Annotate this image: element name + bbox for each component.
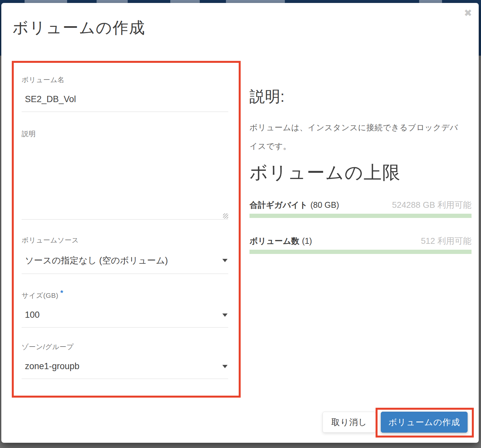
size-select[interactable]: 100 (22, 310, 228, 328)
navbar-fragment (226, 0, 285, 3)
limits-heading: ボリュームの上限 (250, 161, 401, 185)
limit-label: ボリューム数 (250, 236, 299, 245)
description-field: 説明 (22, 129, 228, 220)
limit-gigabytes-available: 524288 GB 利用可能 (392, 199, 472, 211)
limit-row-volumes: ボリューム数(1) 512 利用可能 (250, 235, 472, 247)
zone-group-select[interactable]: zone1-groupb (22, 361, 228, 379)
navbar-fragment (97, 0, 128, 3)
navbar-fragment (25, 0, 67, 3)
resize-handle-icon[interactable] (223, 213, 228, 219)
navbar-fragment (419, 0, 442, 3)
size-label-text: サイズ(GB) (22, 292, 58, 299)
limit-volumes-available: 512 利用可能 (421, 235, 472, 247)
required-asterisk: * (60, 289, 63, 297)
volume-name-field: ボリューム名 (22, 75, 228, 112)
limit-label: 合計ギガバイト (250, 200, 308, 209)
chevron-down-icon (222, 365, 228, 368)
volume-name-label: ボリューム名 (22, 75, 228, 84)
help-heading: 説明: (250, 86, 285, 107)
help-text: ボリュームは、インスタンスに接続できるブロックデバイスです。 (250, 118, 466, 155)
limit-usage: (80 GB) (310, 200, 339, 209)
cancel-button[interactable]: 取り消し (323, 412, 376, 433)
limit-volumes-label: ボリューム数(1) (250, 236, 312, 246)
close-icon[interactable]: ✖ (464, 8, 472, 18)
zone-group-field: ゾーン/グループ zone1-groupb (22, 342, 228, 379)
volume-source-label: ボリュームソース (22, 236, 228, 245)
description-textarea[interactable] (22, 147, 228, 219)
size-value: 100 (25, 310, 40, 320)
create-volume-button[interactable]: ボリュームの作成 (381, 412, 468, 433)
volumes-quota-bar (250, 250, 472, 254)
volume-source-value: ソースの指定なし (空のボリューム) (25, 255, 168, 266)
volume-source-field: ボリュームソース ソースの指定なし (空のボリューム) (22, 236, 228, 274)
chevron-down-icon (222, 314, 228, 317)
navbar-fragment (170, 0, 200, 3)
size-field: サイズ(GB)* 100 (22, 289, 228, 328)
gigabytes-quota-bar (250, 214, 472, 218)
modal-title: ボリュームの作成 (12, 17, 145, 38)
volume-name-input[interactable] (22, 94, 228, 112)
description-label: 説明 (22, 129, 228, 138)
volume-form: ボリューム名 説明 ボリュームソース ソースの指定なし (空のボリューム) サイ… (14, 63, 239, 396)
limit-row-gigabytes: 合計ギガバイト(80 GB) 524288 GB 利用可能 (250, 199, 472, 211)
limit-usage: (1) (302, 236, 312, 245)
zone-group-label: ゾーン/グループ (22, 342, 228, 351)
size-label: サイズ(GB)* (22, 289, 228, 300)
chevron-down-icon (222, 259, 228, 262)
limit-gigabytes-label: 合計ギガバイト(80 GB) (250, 200, 339, 210)
create-volume-modal: ボリュームの作成 ✖ ボリューム名 説明 ボリュームソース ソースの指定なし (… (1, 3, 479, 443)
zone-group-value: zone1-groupb (25, 361, 80, 371)
volume-source-select[interactable]: ソースの指定なし (空のボリューム) (22, 255, 228, 274)
